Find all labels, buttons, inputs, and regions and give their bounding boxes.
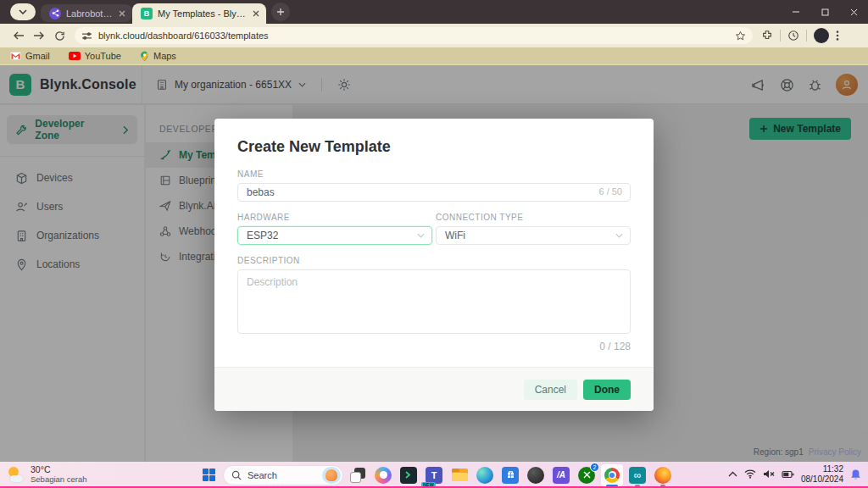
wifi-icon[interactable] [744, 469, 756, 479]
store-button[interactable] [499, 464, 521, 486]
name-counter: 6 / 50 [598, 186, 622, 197]
create-template-modal: Create New Template NAME 6 / 50 HARDWARE… [214, 119, 654, 411]
close-window-button[interactable] [839, 0, 868, 24]
firefox-icon [654, 467, 671, 484]
microsoft-store-icon [502, 467, 519, 484]
tab-close-icon[interactable] [119, 10, 125, 17]
description-counter: 0 / 128 [237, 341, 631, 352]
chrome-icon [604, 468, 620, 483]
teams-button[interactable]: T NEW [423, 464, 445, 486]
task-view-button[interactable] [347, 464, 369, 486]
purple-app-button[interactable]: /A [550, 464, 572, 486]
teams-new-badge: NEW [421, 482, 436, 487]
edge-icon [476, 467, 493, 484]
plus-icon [276, 8, 285, 16]
maps-icon [140, 51, 149, 62]
blynk-favicon-icon: B [141, 8, 153, 19]
xbox-button[interactable]: 2 [576, 464, 598, 486]
new-tab-button[interactable] [271, 3, 290, 21]
tab-title: My Templates - Blynk.Console [158, 8, 248, 19]
browser-tab-labrobotika[interactable]: Labrobotika – Jasa Arduino – Io [41, 4, 132, 22]
extensions-icon[interactable] [761, 30, 773, 42]
bookmark-label: Gmail [25, 51, 50, 61]
windows-taskbar: 30°C Sebagian cerah Search [0, 462, 868, 488]
bookmark-maps[interactable]: Maps [140, 51, 176, 62]
modal-title: Create New Template [237, 138, 631, 156]
chevron-down-icon [417, 233, 425, 238]
toolbar-right-icons [761, 28, 839, 43]
description-textarea[interactable] [237, 269, 631, 334]
notifications-bell-icon[interactable] [850, 469, 861, 480]
dev-terminal-button[interactable] [398, 464, 420, 486]
minimize-button[interactable] [782, 0, 810, 24]
name-label: NAME [237, 169, 631, 179]
copilot-button[interactable] [372, 464, 394, 486]
back-button[interactable] [8, 25, 29, 46]
chevron-down-icon [615, 233, 623, 238]
bookmark-label: Maps [153, 51, 176, 61]
name-input[interactable] [237, 183, 631, 202]
hardware-select[interactable]: ESP32 [237, 226, 432, 245]
search-highlight-image [322, 467, 341, 484]
bookmark-youtube[interactable]: YouTube [69, 51, 121, 61]
screen: Labrobotika – Jasa Arduino – Io B My Tem… [0, 0, 868, 488]
copilot-icon [375, 467, 392, 484]
name-field-wrap: 6 / 50 [237, 183, 631, 202]
youtube-icon [69, 52, 81, 60]
firefox-button[interactable] [652, 464, 674, 486]
purple-app-icon: /A [553, 467, 570, 484]
task-view-icon [350, 468, 365, 483]
maximize-button[interactable] [810, 0, 839, 24]
start-button[interactable] [198, 464, 220, 486]
file-explorer-button[interactable] [448, 464, 470, 486]
weather-widget[interactable]: 30°C Sebagian cerah [7, 464, 87, 484]
toolbar-separator [806, 30, 807, 42]
connection-type-select[interactable]: WiFi [436, 226, 631, 245]
cancel-button[interactable]: Cancel [524, 380, 577, 400]
share-favicon-icon [49, 8, 61, 19]
teams-icon: T [426, 467, 442, 484]
xbox-notification-badge: 2 [590, 463, 599, 472]
browser-profile-avatar[interactable] [814, 28, 829, 43]
bookmark-gmail[interactable]: Gmail [10, 51, 50, 61]
reload-button[interactable] [49, 25, 70, 46]
hardware-label: HARDWARE [237, 213, 432, 222]
bookmark-star-icon[interactable] [735, 30, 746, 42]
url-bar[interactable]: blynk.cloud/dashboard/616033/templates [75, 27, 753, 44]
done-button[interactable]: Done [583, 380, 631, 400]
tab-title: Labrobotika – Jasa Arduino – Io [66, 8, 114, 19]
arduino-icon: ∞ [629, 467, 646, 484]
terminal-icon [400, 467, 417, 484]
url-text[interactable]: blynk.cloud/dashboard/616033/templates [98, 30, 729, 41]
description-label: DESCRIPTION [237, 256, 631, 265]
connection-type-value: WiFi [445, 230, 465, 241]
taskbar-center: Search T NEW [198, 463, 674, 486]
forward-button[interactable] [29, 25, 49, 46]
weather-condition: Sebagian cerah [31, 474, 87, 484]
windows-logo-icon [202, 468, 216, 482]
taskbar-search[interactable]: Search [223, 465, 343, 485]
arduino-button[interactable]: ∞ [626, 464, 648, 486]
bookmarks-bar: Gmail YouTube Maps [0, 47, 868, 65]
battery-icon[interactable] [782, 470, 794, 479]
volume-muted-icon[interactable] [763, 469, 775, 479]
history-icon[interactable] [787, 30, 799, 42]
chevron-down-icon [19, 9, 27, 14]
dark-app-button[interactable] [525, 464, 547, 486]
tray-chevron-up-icon[interactable] [728, 471, 737, 477]
bookmark-label: YouTube [85, 51, 121, 61]
browser-menu-icon[interactable] [836, 30, 839, 42]
tab-close-icon[interactable] [253, 10, 259, 17]
site-settings-icon[interactable] [81, 31, 92, 41]
tab-search-button[interactable] [10, 3, 36, 20]
toolbar-separator [780, 30, 781, 42]
chrome-button[interactable] [601, 464, 623, 486]
file-explorer-icon [452, 469, 468, 481]
modal-footer: Cancel Done [214, 367, 654, 411]
tray-time: 11:32 [801, 464, 843, 474]
tray-date: 08/10/2024 [801, 474, 843, 485]
browser-tab-blynk[interactable]: B My Templates - Blynk.Console [132, 3, 266, 24]
edge-button[interactable] [474, 464, 496, 486]
search-placeholder: Search [248, 470, 316, 480]
tray-clock[interactable]: 11:32 08/10/2024 [801, 464, 843, 485]
